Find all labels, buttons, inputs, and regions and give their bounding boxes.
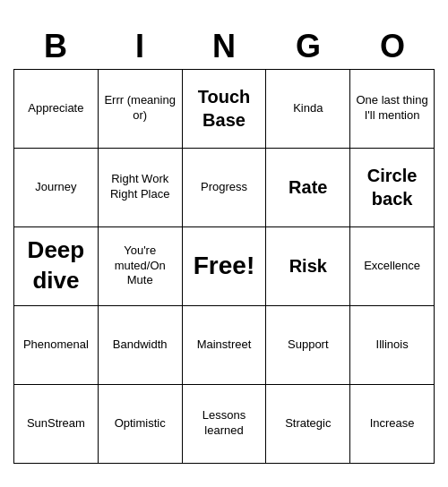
bingo-cell: Risk	[266, 227, 350, 306]
bingo-cell: Excellence	[350, 227, 435, 306]
bingo-cell: Progress	[183, 149, 267, 227]
bingo-cell: Journey	[14, 149, 99, 227]
bingo-cell: Phenomenal	[14, 306, 99, 385]
bingo-cell: Circle back	[350, 149, 435, 227]
bingo-cell: SunStream	[14, 385, 99, 464]
header-letter: I	[98, 24, 182, 69]
bingo-cell: You're muted/On Mute	[99, 227, 183, 306]
bingo-cell: Appreciate	[14, 70, 99, 149]
bingo-cell: Lessons learned	[183, 385, 267, 464]
bingo-card: BINGO AppreciateErrr (meaning or)Touch B…	[13, 24, 435, 464]
bingo-cell: Optimistic	[99, 385, 183, 464]
header-letter: G	[266, 24, 350, 69]
bingo-cell: Deep dive	[14, 227, 99, 306]
bingo-cell: Strategic	[266, 385, 350, 464]
bingo-cell: Mainstreet	[183, 306, 267, 385]
bingo-cell: Touch Base	[183, 70, 267, 149]
header-letter: B	[13, 24, 98, 69]
bingo-cell: Kinda	[266, 70, 350, 149]
bingo-cell: Bandwidth	[99, 306, 183, 385]
bingo-cell: One last thing I'll mention	[350, 70, 435, 149]
bingo-cell: Increase	[350, 385, 435, 464]
header-letter: N	[182, 24, 266, 69]
bingo-cell: Free!	[183, 227, 267, 306]
bingo-cell: Errr (meaning or)	[99, 70, 183, 149]
bingo-cell: Illinois	[350, 306, 435, 385]
bingo-grid: AppreciateErrr (meaning or)Touch BaseKin…	[13, 69, 435, 464]
bingo-cell: Right Work Right Place	[99, 149, 183, 227]
header-letter: O	[350, 24, 435, 69]
bingo-cell: Rate	[266, 149, 350, 227]
bingo-cell: Support	[266, 306, 350, 385]
bingo-header: BINGO	[13, 24, 435, 69]
